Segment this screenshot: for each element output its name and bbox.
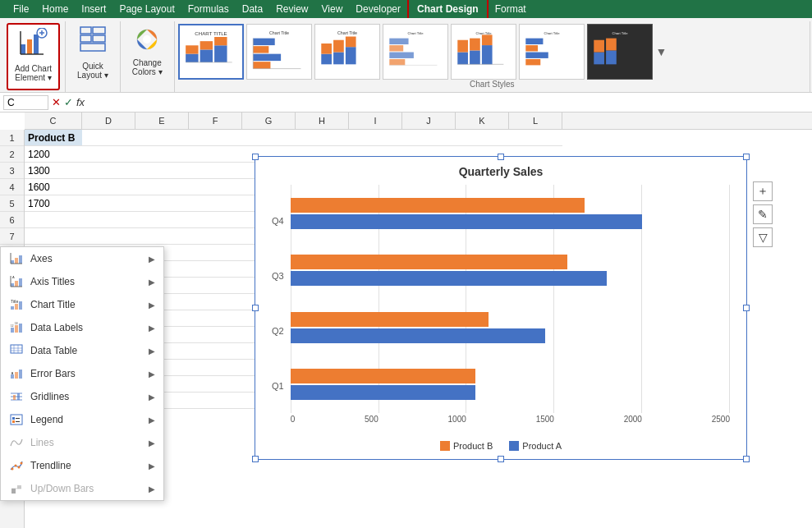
chart-style-1[interactable]: CHART TITLE	[178, 24, 244, 80]
row-1[interactable]: 1	[0, 130, 24, 146]
menu-home[interactable]: Home	[35, 0, 75, 18]
menu-formulas[interactable]: Formulas	[181, 0, 236, 18]
row-3[interactable]: 3	[0, 163, 24, 179]
cell-e5[interactable]	[135, 195, 189, 212]
chart-style-7[interactable]: Chart Title	[587, 24, 653, 80]
cell-c4[interactable]: 1600	[25, 179, 82, 195]
col-header-c[interactable]: C	[25, 112, 82, 129]
cell-f1[interactable]	[189, 130, 242, 146]
cell-f16[interactable]	[189, 376, 242, 393]
menu-file[interactable]: File	[7, 0, 35, 18]
row-7[interactable]: 7	[0, 228, 24, 245]
chart-style-2[interactable]: Chart Title	[246, 24, 312, 80]
menu-insert[interactable]: Insert	[75, 0, 112, 18]
col-header-h[interactable]: H	[296, 112, 349, 129]
col-header-j[interactable]: J	[402, 112, 456, 129]
cell-f4[interactable]	[189, 179, 242, 195]
cell-f14[interactable]	[189, 343, 242, 360]
formula-cancel-icon[interactable]: ✕	[52, 96, 61, 108]
quick-layout-button[interactable]: QuickLayout ▾	[71, 23, 115, 90]
menu-data[interactable]: Data	[236, 0, 269, 18]
cell-l1[interactable]	[509, 130, 562, 146]
col-header-i[interactable]: I	[349, 112, 402, 129]
cell-e4[interactable]	[135, 179, 189, 195]
menu-item-gridlines[interactable]: Gridlines ▶	[1, 385, 163, 408]
cell-j1[interactable]	[402, 130, 456, 146]
chart-style-3[interactable]: Chart Title	[314, 24, 380, 80]
cell-f11[interactable]	[189, 294, 242, 310]
col-header-l[interactable]: L	[509, 112, 562, 129]
menu-item-axes[interactable]: Axes ▶	[1, 247, 163, 270]
cell-i1[interactable]	[349, 130, 402, 146]
cell-f13[interactable]	[189, 327, 242, 343]
chart-styles-scroll-right[interactable]: ▼	[655, 24, 668, 80]
chart-style-6[interactable]: Chart Title	[519, 24, 585, 80]
cell-f15[interactable]	[189, 360, 242, 376]
cell-c2[interactable]: 1200	[25, 146, 82, 163]
cell-d7[interactable]	[82, 228, 135, 245]
chart-handle-mr[interactable]	[743, 305, 750, 311]
cell-c5[interactable]: 1700	[25, 195, 82, 212]
cell-d2[interactable]	[82, 146, 135, 163]
cell-f10[interactable]	[189, 278, 242, 294]
cell-f3[interactable]	[189, 163, 242, 179]
cell-e7[interactable]	[135, 228, 189, 245]
cell-e2[interactable]	[135, 146, 189, 163]
menu-page-layout[interactable]: Page Layout	[112, 0, 181, 18]
cell-c6[interactable]	[25, 212, 82, 228]
cell-d6[interactable]	[82, 212, 135, 228]
cell-f17[interactable]	[189, 393, 242, 409]
cell-e1[interactable]	[135, 130, 189, 146]
add-chart-button[interactable]: Add ChartElement ▾	[7, 23, 60, 90]
chart-style-5[interactable]: Chart Title	[451, 24, 516, 80]
col-header-e[interactable]: E	[135, 112, 189, 129]
cell-d3[interactable]	[82, 163, 135, 179]
menu-item-legend[interactable]: Legend ▶	[1, 408, 163, 431]
menu-format[interactable]: Format	[489, 0, 533, 18]
cell-c1[interactable]: Product B	[25, 130, 82, 146]
menu-item-trendline[interactable]: Trendline ▶	[1, 454, 163, 477]
menu-item-data-labels[interactable]: 12 18 Data Labels ▶	[1, 316, 163, 339]
menu-item-error-bars[interactable]: Error Bars ▶	[1, 362, 163, 385]
chart-handle-tr[interactable]	[743, 154, 750, 160]
chart-handle-bc[interactable]	[498, 456, 504, 462]
cell-f2[interactable]	[189, 146, 242, 163]
cell-f5[interactable]	[189, 195, 242, 212]
menu-view[interactable]: View	[315, 0, 350, 18]
chart-styles-button[interactable]: ✎	[753, 204, 773, 224]
cell-e3[interactable]	[135, 163, 189, 179]
row-2[interactable]: 2	[0, 146, 24, 163]
formula-input[interactable]	[88, 97, 809, 108]
chart-handle-tc[interactable]	[498, 154, 504, 160]
menu-developer[interactable]: Developer	[349, 0, 407, 18]
formula-confirm-icon[interactable]: ✓	[64, 96, 73, 108]
col-header-g[interactable]: G	[242, 112, 296, 129]
chart-handle-bl[interactable]	[252, 456, 259, 462]
col-header-f[interactable]: F	[189, 112, 242, 129]
cell-d1[interactable]	[82, 130, 135, 146]
col-header-d[interactable]: D	[82, 112, 135, 129]
col-header-k[interactable]: K	[456, 112, 509, 129]
chart-handle-tl[interactable]	[252, 154, 259, 160]
chart-filters-button[interactable]: ▽	[753, 227, 773, 247]
cell-k1[interactable]	[456, 130, 509, 146]
cell-e6[interactable]	[135, 212, 189, 228]
cell-f6[interactable]	[189, 212, 242, 228]
row-5[interactable]: 5	[0, 195, 24, 212]
chart-elements-button[interactable]: ＋	[753, 181, 773, 201]
change-colors-button[interactable]: ChangeColors ▾	[126, 23, 169, 90]
cell-f12[interactable]	[189, 310, 242, 327]
cell-f8[interactable]	[189, 245, 242, 261]
chart-handle-ml[interactable]	[252, 305, 259, 311]
name-box[interactable]	[3, 95, 48, 110]
cell-g1[interactable]	[242, 130, 296, 146]
chart-container[interactable]: Quarterly Sales Q4 Q3 Q2 Q1	[255, 156, 747, 460]
cell-d4[interactable]	[82, 179, 135, 195]
cell-c3[interactable]: 1300	[25, 163, 82, 179]
chart-style-4[interactable]: Chart Title	[383, 24, 448, 80]
cell-h1[interactable]	[296, 130, 349, 146]
menu-item-chart-title[interactable]: Title Chart Title ▶	[1, 293, 163, 316]
chart-handle-br[interactable]	[743, 456, 750, 462]
menu-item-axis-titles[interactable]: A Axis Titles ▶	[1, 270, 163, 293]
cell-c7[interactable]	[25, 228, 82, 245]
